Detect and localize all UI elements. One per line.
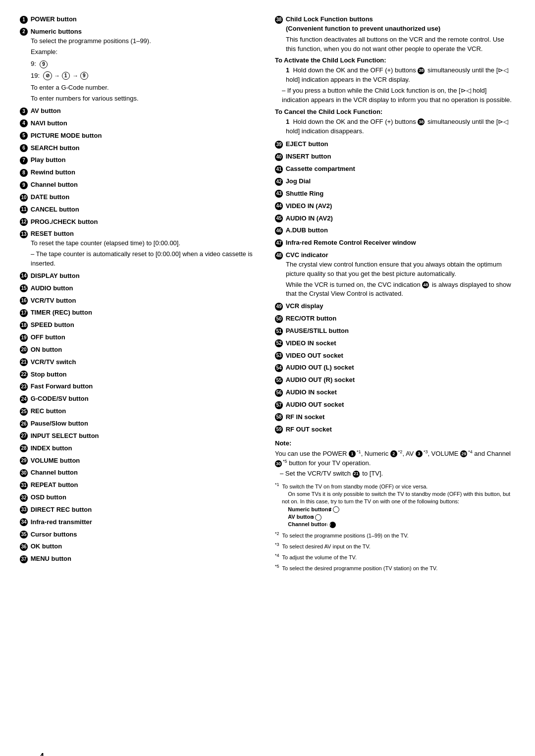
entry-insert: 40 INSERT button — [275, 152, 515, 162]
entry-rf-out: 59 RF OUT socket — [275, 425, 515, 434]
num-43: 43 — [275, 190, 283, 198]
speed-button-label: SPEED button — [31, 321, 74, 328]
audio-in-av2-label: AUDIO IN (AV2) — [286, 215, 333, 222]
search-button-label: SEARCH button — [31, 144, 80, 152]
right-column: 38 Child Lock Function buttons (Convenie… — [275, 15, 515, 574]
entry-video-in-socket: 52 VIDEO IN socket — [275, 339, 515, 348]
entry-ir-transmitter: 34 Infra-red transmitter — [20, 518, 260, 527]
insert-button-label: INSERT button — [286, 153, 331, 160]
reset-button-label: RESET button — [31, 230, 74, 237]
pause-still-label: PAUSE/STILL button — [286, 327, 349, 334]
osd-button-label: OSD button — [31, 493, 66, 501]
num-51: 51 — [275, 327, 283, 335]
note-text: You can use the POWER 1*1, Numeric 2*2, … — [275, 449, 515, 469]
num-27: 27 — [20, 432, 28, 440]
timer-rec-label: TIMER (REC) button — [31, 309, 92, 316]
entry-reset: 13 RESET button To reset the tape counte… — [20, 229, 260, 268]
rf-out-label: RF OUT socket — [286, 426, 332, 433]
entry-repeat: 31 REPEAT button — [20, 481, 260, 490]
cancel-step1: 1 Hold down the OK and the OFF (+) butto… — [286, 117, 515, 136]
entry-off: 19 OFF button — [20, 333, 260, 342]
num-12: 12 — [20, 218, 28, 226]
input-select-label: INPUT SELECT button — [31, 432, 99, 439]
footnote-1: *1 To switch the TV on from standby mode… — [282, 482, 515, 529]
audio-out-r-label: AUDIO OUT (R) socket — [286, 376, 355, 383]
num-18: 18 — [20, 322, 28, 329]
entry-eject: 39 EJECT button — [275, 140, 515, 149]
prog-check-label: PROG./CHECK button — [31, 218, 98, 225]
entry-navi: 4 NAVI button — [20, 119, 260, 128]
rec-button-label: REC button — [31, 407, 66, 415]
num-9: 9 — [20, 181, 28, 189]
entry-audio-out-socket: 57 AUDIO OUT socket — [275, 400, 515, 410]
cvc-desc1: The crystal view control function ensure… — [286, 260, 515, 279]
entry-date: 10 DATE button — [20, 193, 260, 202]
num-34: 34 — [20, 518, 28, 526]
index-button-label: INDEX button — [31, 444, 72, 452]
num-38: 38 — [275, 16, 283, 24]
entry-video-in-av2: 44 VIDEO IN (AV2) — [275, 202, 515, 211]
entry-rf-in: 58 RF IN socket — [275, 413, 515, 422]
entry-cursor: 35 Cursor buttons — [20, 530, 260, 540]
num-2: 2 — [20, 28, 28, 36]
num-8: 8 — [20, 169, 28, 177]
entry-channel2: 30 Channel button — [20, 468, 260, 478]
num-20: 20 — [20, 346, 28, 354]
footnote-4: *4 To adjust the volume of the TV. — [282, 552, 515, 561]
vcr-tv-button-label: VCR/TV button — [31, 297, 76, 304]
activate-step1: 1 Hold down the OK and the OFF (+) butto… — [286, 66, 515, 85]
entry-display: 14 DISPLAY button — [20, 271, 260, 281]
av-button-label: AV button — [31, 107, 61, 114]
navi-button-label: NAVI button — [31, 119, 67, 127]
num-56: 56 — [275, 389, 283, 397]
num-4: 4 — [20, 119, 28, 127]
num-24: 24 — [20, 395, 28, 403]
footnotes-section: *1 To switch the TV on from standby mode… — [275, 482, 515, 572]
num-29: 29 — [20, 457, 28, 465]
pause-slow-label: Pause/Slow button — [31, 420, 88, 427]
entry-jog-dial: 42 Jog Dial — [275, 177, 515, 186]
footnote-3: *3 To select desired AV input on the TV. — [282, 541, 515, 550]
entry-cancel: 11 CANCEL button — [20, 205, 260, 215]
entry-video-out-socket: 53 VIDEO OUT socket — [275, 351, 515, 361]
date-button-label: DATE button — [31, 193, 69, 201]
entry-rewind: 8 Rewind button — [20, 168, 260, 177]
eject-button-label: EJECT button — [286, 140, 328, 148]
entry-index: 28 INDEX button — [20, 444, 260, 453]
rf-in-label: RF IN socket — [286, 413, 325, 421]
num-22: 22 — [20, 371, 28, 378]
menu-button-label: MENU button — [31, 555, 71, 562]
cvc-label: CVC indicator — [286, 251, 328, 259]
entry-osd: 32 OSD button — [20, 493, 260, 502]
cancel-button-label: CANCEL button — [31, 206, 79, 213]
page-number: 4 — [40, 752, 44, 756]
example-19: 19: ⊘ → 1 → 9 — [31, 70, 260, 82]
num-41: 41 — [275, 165, 283, 173]
entry-on: 20 ON button — [20, 345, 260, 355]
note-dash: – Set the VCR/TV switch 21 to [TV]. — [280, 470, 515, 478]
note-label: Note: — [275, 439, 515, 447]
entry-vcr-tv-switch: 21 VCR/TV switch — [20, 358, 260, 367]
jog-dial-label: Jog Dial — [286, 177, 311, 185]
num-45: 45 — [275, 215, 283, 222]
numeric-sub2: To enter a G-Code number. — [31, 83, 260, 93]
entry-ok: 36 OK button — [20, 542, 260, 551]
entry-audio-out-r: 55 AUDIO OUT (R) socket — [275, 376, 515, 385]
num-50: 50 — [275, 315, 283, 323]
numeric-example-block: 9: 9 19: ⊘ → 1 → 9 — [31, 58, 260, 81]
num-25: 25 — [20, 408, 28, 416]
entry-fast-forward: 23 Fast Forward button — [20, 382, 260, 391]
child-lock-label: Child Lock Function buttons — [286, 15, 373, 23]
entry-vcr-display: 49 VCR display — [275, 302, 515, 311]
vcr-display-label: VCR display — [286, 302, 323, 310]
num-1: 1 — [20, 16, 28, 24]
entry-ir-receiver: 47 Infra-red Remote Control Receiver win… — [275, 238, 515, 248]
num-53: 53 — [275, 352, 283, 360]
shuttle-ring-label: Shuttle Ring — [286, 190, 324, 197]
repeat-button-label: REPEAT button — [31, 481, 78, 488]
display-button-label: DISPLAY button — [31, 272, 80, 279]
num-16: 16 — [20, 297, 28, 305]
adub-button-label: A.DUB button — [286, 226, 328, 234]
num-40: 40 — [275, 153, 283, 161]
entry-shuttle-ring: 43 Shuttle Ring — [275, 189, 515, 199]
